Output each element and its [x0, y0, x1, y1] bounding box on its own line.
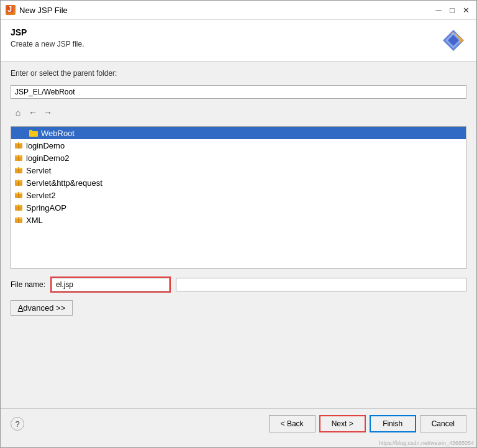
- svg-rect-9: [29, 130, 32, 132]
- logo-icon: [440, 27, 466, 53]
- tree-item-label: XML: [26, 216, 43, 225]
- filename-input-highlight: [50, 277, 171, 293]
- filename-label: File name:: [11, 280, 45, 289]
- svg-rect-8: [29, 131, 38, 137]
- header-subtitle: Create a new JSP file.: [11, 40, 84, 48]
- footer-section: ? < Back Next > Finish Cancel: [1, 408, 476, 439]
- footer-right: < Back Next > Finish Cancel: [269, 415, 466, 432]
- tree-item-label: Servlet&http&request: [26, 178, 102, 188]
- forward-button[interactable]: →: [42, 106, 54, 119]
- package-icon: [14, 178, 24, 188]
- header-section: JSP Create a new JSP file.: [1, 20, 476, 62]
- header-title: JSP: [11, 27, 84, 37]
- svg-text:J: J: [7, 6, 12, 14]
- tree-item-label: loginDemo: [26, 141, 65, 150]
- dialog-window: J New JSP File ─ □ ✕ JSP Create a new JS…: [0, 0, 477, 448]
- title-bar: J New JSP File ─ □ ✕: [1, 1, 476, 20]
- package-icon: [14, 140, 24, 150]
- header-text: JSP Create a new JSP file.: [11, 27, 84, 48]
- window-controls: ─ □ ✕: [433, 4, 471, 16]
- package-icon: [14, 153, 24, 163]
- tree-container[interactable]: WebRoot loginDemo: [11, 126, 466, 269]
- help-button[interactable]: ?: [11, 417, 24, 431]
- cancel-button[interactable]: Cancel: [420, 415, 466, 432]
- finish-button[interactable]: Finish: [370, 415, 416, 432]
- window-icon: J: [6, 5, 16, 15]
- folder-label: Enter or select the parent folder:: [11, 69, 466, 78]
- tree-item-logindemo2[interactable]: loginDemo2: [11, 152, 466, 164]
- tree-item-springaop[interactable]: SpringAOP: [11, 201, 466, 214]
- maximize-button[interactable]: □: [447, 4, 458, 16]
- home-button[interactable]: ⌂: [12, 106, 24, 119]
- advanced-button[interactable]: Advanced >>: [11, 300, 73, 316]
- tree-item-xml[interactable]: XML: [11, 214, 466, 226]
- package-icon: [14, 203, 24, 213]
- package-icon: [14, 165, 24, 175]
- watermark: https://blog.csdn.net/weixin_43665054: [1, 439, 476, 447]
- tree-item-servlet2[interactable]: Servlet2: [11, 189, 466, 201]
- tree-item-servlet[interactable]: Servlet: [11, 164, 466, 176]
- filename-extra-input[interactable]: [176, 278, 466, 291]
- tree-item-label: Servlet2: [26, 191, 56, 200]
- back-button[interactable]: ←: [27, 106, 39, 119]
- advanced-underline: Advanced >>: [18, 303, 66, 313]
- next-button[interactable]: Next >: [319, 415, 366, 432]
- tree-item-logindemo[interactable]: loginDemo: [11, 139, 466, 152]
- folder-input[interactable]: [11, 85, 466, 99]
- tree-item-label: SpringAOP: [26, 203, 66, 213]
- folder-icon: [29, 128, 39, 138]
- tree-item-webroot[interactable]: WebRoot: [11, 127, 466, 139]
- package-icon: [14, 215, 24, 225]
- tree-toolbar: ⌂ ← →: [11, 104, 466, 121]
- tree-item-label: Servlet: [26, 166, 51, 175]
- filename-row: File name:: [11, 277, 466, 293]
- body-section: Enter or select the parent folder: ⌂ ← →…: [1, 62, 476, 366]
- package-icon: [14, 190, 24, 200]
- filename-input[interactable]: [52, 278, 170, 291]
- tree-item-servlet-http[interactable]: Servlet&http&request: [11, 176, 466, 189]
- back-button[interactable]: < Back: [269, 415, 316, 432]
- window-title: New JSP File: [19, 6, 429, 15]
- minimize-button[interactable]: ─: [433, 4, 444, 16]
- tree-item-label: WebRoot: [41, 129, 75, 138]
- footer-left: ?: [11, 417, 24, 431]
- spacer: [1, 366, 476, 409]
- close-button[interactable]: ✕: [460, 4, 471, 16]
- tree-item-label: loginDemo2: [26, 153, 69, 163]
